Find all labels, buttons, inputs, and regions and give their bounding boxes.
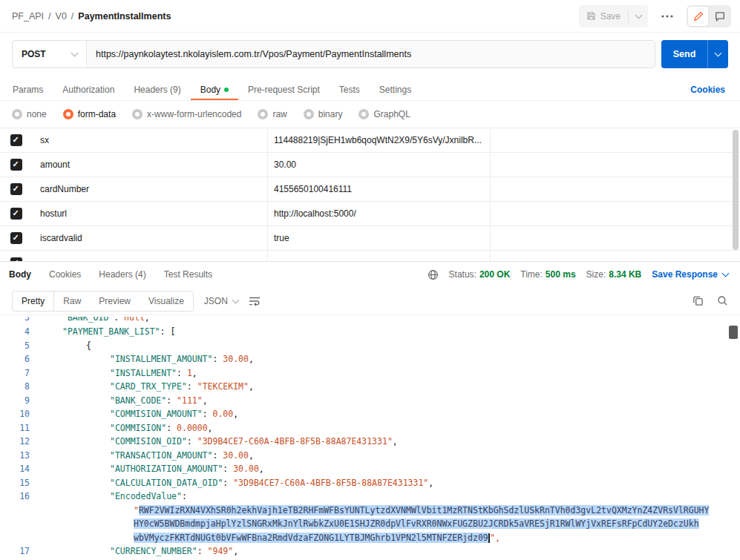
- breadcrumb-workspace[interactable]: PF_API: [12, 11, 44, 22]
- tab-body[interactable]: Body: [191, 79, 238, 100]
- view-visualize[interactable]: Visualize: [140, 291, 193, 311]
- body-type-form-data[interactable]: form-data: [63, 109, 116, 119]
- response-tab-body[interactable]: Body: [6, 269, 34, 280]
- scrollbar-thumb[interactable]: [733, 130, 739, 250]
- network-info-button[interactable]: [428, 269, 439, 280]
- code-line: 11"COMMISION": 0.0000,: [0, 421, 740, 435]
- description-input[interactable]: [490, 153, 740, 177]
- scrollbar-thumb[interactable]: [729, 326, 738, 339]
- tab-settings[interactable]: Settings: [370, 79, 421, 100]
- body-type-urlencoded[interactable]: x-www-form-urlencoded: [132, 109, 241, 119]
- value-input[interactable]: [267, 251, 490, 261]
- response-body-editor[interactable]: 3"BANK_OID": null, 4"PAYMENT_BANK_LIST":…: [0, 315, 740, 560]
- description-input[interactable]: [490, 251, 740, 261]
- row-checkbox[interactable]: [10, 159, 22, 171]
- response-tab-test-results[interactable]: Test Results: [161, 269, 215, 280]
- value-input[interactable]: http://localhost:5000/: [267, 202, 490, 225]
- view-raw[interactable]: Raw: [54, 291, 90, 311]
- body-type-graphql[interactable]: GraphQL: [358, 109, 410, 119]
- row-checkbox[interactable]: [10, 257, 22, 261]
- key-input[interactable]: amount: [33, 153, 267, 177]
- more-options-button[interactable]: [657, 6, 678, 27]
- value-input[interactable]: true: [267, 226, 490, 250]
- breadcrumb-request-name[interactable]: PaymentInstallments: [78, 11, 171, 22]
- chevron-down-icon: [715, 50, 722, 57]
- save-button[interactable]: Save: [579, 11, 628, 22]
- radio-icon: [12, 109, 22, 119]
- tab-tests[interactable]: Tests: [330, 79, 370, 100]
- code-line-wrapped: wbVMyczFKRTdNUGt0bVFwWFBna2RmdVdzaFZONG1…: [0, 531, 740, 545]
- send-options-button[interactable]: [707, 40, 728, 68]
- row-checkbox[interactable]: [10, 183, 22, 195]
- format-select[interactable]: JSON: [204, 296, 238, 306]
- body-type-none[interactable]: none: [12, 109, 47, 119]
- line-number: 5: [0, 339, 30, 353]
- send-button-group: Send: [661, 40, 728, 68]
- key-input[interactable]: cardNumber: [33, 177, 267, 201]
- wrap-lines-button[interactable]: [249, 296, 261, 306]
- row-checkbox[interactable]: [10, 134, 22, 146]
- row-checkbox[interactable]: [10, 232, 22, 244]
- breadcrumb-separator: /: [48, 11, 50, 22]
- value-input[interactable]: 114488219|SjEH1wb6qoqWtN2X9/5Y6sVy/Jxnil…: [267, 128, 490, 152]
- body-type-binary[interactable]: binary: [304, 109, 343, 119]
- code-line-wrapped: "RWF2VWIzRXN4VXhSR0h2ekhVajh1eTB2RHFmWFB…: [0, 504, 740, 518]
- pencil-icon: [693, 11, 704, 22]
- line-number: 6: [0, 352, 30, 366]
- globe-icon: [428, 269, 439, 280]
- line-number: 11: [0, 421, 30, 435]
- tab-params[interactable]: Params: [3, 79, 53, 100]
- line-number: [0, 531, 30, 545]
- format-value: JSON: [204, 296, 228, 306]
- description-input[interactable]: [490, 177, 740, 201]
- time-badge: Time:500 ms: [520, 269, 575, 280]
- breadcrumb-separator: /: [71, 11, 73, 22]
- save-response-button[interactable]: Save Response: [652, 269, 728, 280]
- search-response-button[interactable]: [717, 295, 728, 306]
- line-number: 13: [0, 449, 30, 463]
- description-input[interactable]: [490, 202, 740, 225]
- tab-prerequest-script[interactable]: Pre-request Script: [238, 79, 330, 100]
- body-type-raw[interactable]: raw: [258, 109, 286, 119]
- line-number: 17: [0, 544, 30, 559]
- form-data-table: sx 114488219|SjEH1wb6qoqWtN2X9/5Y6sVy/Jx…: [0, 128, 740, 261]
- http-method-select[interactable]: POST: [13, 41, 87, 67]
- table-row-clipped: [0, 251, 740, 261]
- description-input[interactable]: [490, 128, 740, 152]
- key-input[interactable]: hosturl: [33, 202, 267, 225]
- view-pretty[interactable]: Pretty: [13, 291, 54, 311]
- breadcrumb-folder[interactable]: V0: [56, 11, 67, 22]
- description-input[interactable]: [490, 226, 740, 250]
- tab-headers[interactable]: Headers (9): [124, 79, 190, 100]
- row-checkbox[interactable]: [10, 208, 22, 220]
- code-line: 9"BANK_CODE": "111",: [0, 394, 740, 408]
- http-method-value: POST: [22, 49, 46, 59]
- send-button[interactable]: Send: [661, 40, 707, 68]
- radio-icon: [358, 109, 369, 119]
- key-input[interactable]: sx: [33, 128, 267, 152]
- key-input[interactable]: iscardvalid: [33, 226, 267, 250]
- view-preview[interactable]: Preview: [90, 291, 140, 311]
- key-input[interactable]: [33, 251, 267, 261]
- value-input[interactable]: 4155650100416111: [267, 177, 490, 201]
- copy-response-button[interactable]: [692, 295, 704, 306]
- tab-authorization[interactable]: Authorization: [53, 79, 124, 100]
- edit-documentation-button[interactable]: [688, 7, 708, 26]
- line-number: 14: [0, 462, 30, 476]
- selected-text: RWF2VWIzRXN4VXhSR0h2ekhVajh1eTB2RHFmWFBs…: [139, 505, 710, 515]
- code-line: 8"CARD_TRX_TYPE": "TEKCEKIM",: [0, 380, 740, 394]
- value-input[interactable]: 30.00: [267, 153, 490, 177]
- request-url-value: https://paynkolaytest.nkolayislem.com.tr…: [96, 49, 411, 59]
- comments-button[interactable]: [710, 7, 730, 26]
- search-icon: [717, 295, 728, 306]
- selected-text: wbVMyczFKRTdNUGt0bVFwWFBna2RmdVdzaFZONG1…: [134, 533, 488, 543]
- code-line: 5{: [0, 339, 740, 353]
- code-line: 4"PAYMENT_BANK_LIST": [: [0, 325, 740, 339]
- save-icon: [586, 11, 596, 21]
- save-options-button[interactable]: [629, 5, 648, 27]
- cookies-link[interactable]: Cookies: [678, 79, 737, 100]
- response-tab-cookies[interactable]: Cookies: [46, 269, 84, 280]
- copy-icon: [692, 295, 704, 306]
- response-tab-headers[interactable]: Headers (4): [96, 269, 148, 280]
- request-url-input[interactable]: https://paynkolaytest.nkolayislem.com.tr…: [87, 41, 655, 67]
